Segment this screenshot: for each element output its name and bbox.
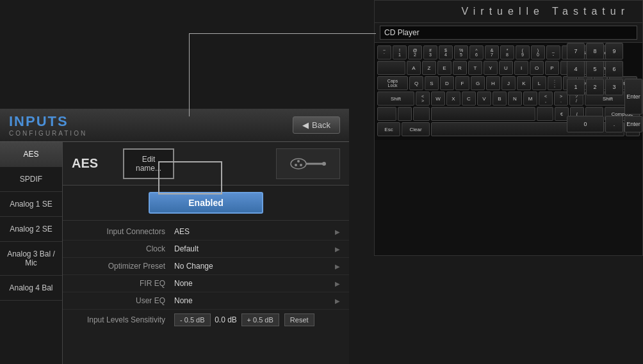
sidebar-item-analog2se[interactable]: Analog 2 SE <box>0 217 62 242</box>
key-m[interactable]: M <box>523 91 537 106</box>
config-rows: Input Connectors AES ▶ Clock Default ▶ O… <box>63 221 349 333</box>
key-alt-right[interactable] <box>537 107 553 121</box>
key-5[interactable]: %5 <box>454 45 468 59</box>
key-c[interactable]: C <box>462 91 476 106</box>
key-q[interactable]: Q <box>409 76 423 90</box>
num-9[interactable]: 9 <box>605 43 623 59</box>
num-4[interactable]: 4 <box>567 61 585 77</box>
keyboard-title: Virtuelle Tastatur <box>375 1 642 23</box>
key-3[interactable]: #3 <box>423 45 437 59</box>
num-5[interactable]: 5 <box>586 61 604 77</box>
key-s[interactable]: S <box>425 76 439 90</box>
key-t[interactable]: T <box>468 61 482 75</box>
svg-point-1 <box>297 160 300 162</box>
key-r[interactable]: R <box>453 61 467 75</box>
key-ctrl-left[interactable] <box>377 107 396 121</box>
key-y[interactable]: Y <box>484 61 498 75</box>
num-1[interactable]: 1 <box>567 79 585 95</box>
key-z[interactable]: Z <box>422 61 436 75</box>
fir-eq-arrow[interactable]: ▶ <box>335 280 340 287</box>
main-content: AES Editname... Enabled Input Connectors… <box>63 142 349 364</box>
num-0[interactable]: 0 <box>567 116 604 132</box>
key-comma[interactable]: <, <box>539 91 553 106</box>
key-7[interactable]: &7 <box>485 45 499 59</box>
fir-eq-row: FIR EQ None ▶ <box>63 275 349 292</box>
key-minus[interactable]: _- <box>546 45 560 59</box>
key-h[interactable]: H <box>486 76 500 90</box>
key-a[interactable]: A <box>407 61 421 75</box>
sidebar-item-spdif[interactable]: SPDIF <box>0 167 62 192</box>
key-esc[interactable]: Esc <box>377 122 400 136</box>
enabled-button[interactable]: Enabled <box>149 192 263 214</box>
key-period[interactable]: >. <box>554 91 568 106</box>
clock-label: Clock <box>72 244 174 253</box>
user-eq-arrow[interactable]: ▶ <box>335 297 340 305</box>
back-button[interactable]: ◀ Back <box>293 116 340 134</box>
keyboard-text-input[interactable] <box>380 26 637 40</box>
key-2[interactable]: @2 <box>408 45 422 59</box>
key-0[interactable]: )0 <box>531 45 545 59</box>
key-g[interactable]: G <box>471 76 485 90</box>
key-6[interactable]: ^6 <box>469 45 484 59</box>
inputs-subtitle: CONFIGURATION <box>9 130 87 137</box>
sensitivity-label: Input Levels Sensitivity <box>72 315 174 324</box>
key-f[interactable]: F <box>455 76 469 90</box>
num-7[interactable]: 7 <box>567 43 585 59</box>
num-8[interactable]: 8 <box>586 43 604 59</box>
optimizer-preset-arrow[interactable]: ▶ <box>335 263 340 270</box>
fir-eq-value: None <box>174 279 335 288</box>
num-2[interactable]: 2 <box>586 79 604 95</box>
key-o[interactable]: O <box>530 61 544 75</box>
key-8[interactable]: *8 <box>500 45 514 59</box>
key-w[interactable]: W <box>431 91 445 106</box>
key-tab[interactable] <box>377 61 405 75</box>
key-space[interactable] <box>431 107 535 121</box>
key-d[interactable]: D <box>440 76 454 90</box>
sidebar-item-analog1se[interactable]: Analog 1 SE <box>0 192 62 217</box>
num-enter-mid[interactable]: Enter <box>624 79 642 115</box>
key-semicolon[interactable]: :; <box>548 76 562 90</box>
num-3[interactable]: 3 <box>605 79 623 95</box>
sidebar-item-aes[interactable]: AES <box>0 142 62 167</box>
key-j[interactable]: J <box>501 76 516 90</box>
key-4[interactable]: $4 <box>439 45 453 59</box>
edit-name-button[interactable]: Editname... <box>123 148 174 179</box>
num-enter-bottom[interactable]: Enter <box>624 116 642 132</box>
sidebar-item-analog4bal[interactable]: Analog 4 Bal <box>0 276 62 301</box>
key-tilde[interactable]: ~` <box>377 45 391 59</box>
key-k[interactable]: K <box>517 76 531 90</box>
key-n[interactable]: N <box>508 91 522 106</box>
xlr-connector-icon <box>289 154 327 173</box>
virtual-keyboard: Virtuelle Tastatur ~` !1 @2 #3 $4 %5 ^6 … <box>374 0 643 256</box>
sensitivity-plus-button[interactable]: + 0.5 dB <box>241 313 279 326</box>
sidebar-item-analog3bal[interactable]: Analog 3 Bal / Mic <box>0 242 62 276</box>
key-v[interactable]: V <box>477 91 491 106</box>
sensitivity-minus-button[interactable]: - 0.5 dB <box>174 313 211 326</box>
connector-icon-box <box>276 148 340 179</box>
key-e[interactable]: E <box>437 61 452 75</box>
key-9[interactable]: (9 <box>516 45 530 59</box>
key-b[interactable]: B <box>492 91 507 106</box>
user-eq-value: None <box>174 296 335 305</box>
key-p[interactable]: P <box>545 61 559 75</box>
key-lt[interactable]: <> <box>416 91 430 106</box>
num-6[interactable]: 6 <box>605 61 623 77</box>
input-connectors-arrow[interactable]: ▶ <box>335 228 340 235</box>
key-fn[interactable] <box>398 107 412 121</box>
device-name-label: AES <box>72 156 110 171</box>
key-l[interactable]: L <box>532 76 546 90</box>
key-1[interactable]: !1 <box>393 45 407 59</box>
key-shift-left[interactable]: Shift <box>377 91 414 106</box>
key-alt-left[interactable] <box>413 107 430 121</box>
clock-arrow[interactable]: ▶ <box>335 246 340 253</box>
input-connectors-row: Input Connectors AES ▶ <box>63 223 349 241</box>
key-u[interactable]: U <box>499 61 513 75</box>
key-clear[interactable]: Clear <box>402 122 430 136</box>
key-x[interactable]: X <box>446 91 460 106</box>
enabled-section: Enabled <box>63 186 349 221</box>
sensitivity-reset-button[interactable]: Reset <box>284 313 314 326</box>
num-dot[interactable]: . <box>605 116 623 132</box>
key-caps-lock[interactable]: CapsLock <box>377 76 408 90</box>
key-i[interactable]: I <box>514 61 528 75</box>
keyboard-input-bar <box>375 23 642 43</box>
